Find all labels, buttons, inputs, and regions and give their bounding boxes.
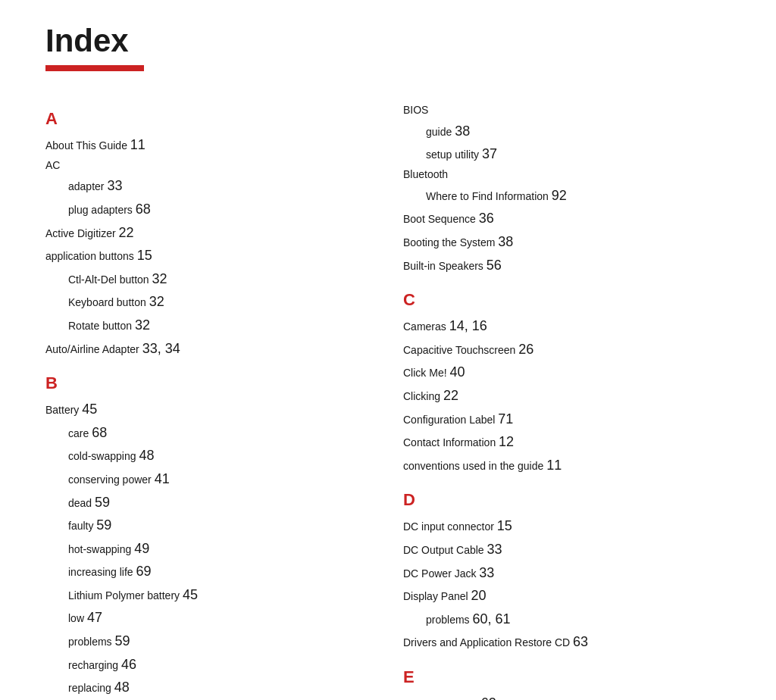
sub-entry-num: 92 bbox=[552, 188, 567, 203]
sub-entry: increasing life 69 bbox=[45, 560, 373, 583]
sub-entry-num: 59 bbox=[96, 517, 111, 533]
entry-num: 38 bbox=[498, 234, 513, 249]
index-entry: ACadapter 33plug adapters 68 bbox=[45, 157, 373, 221]
entry-main: Built-in Speakers 56 bbox=[403, 254, 731, 277]
sub-entry-num: 59 bbox=[114, 633, 130, 648]
entry-main: Contact Information 12 bbox=[403, 430, 731, 454]
sub-entry-num: 32 bbox=[152, 271, 167, 286]
index-entry: Capacitive Touchscreen 26 bbox=[403, 338, 731, 361]
entry-num: 36 bbox=[479, 211, 494, 226]
sub-entry-num: 38 bbox=[455, 123, 470, 139]
index-entry: About This Guide 11 bbox=[45, 133, 373, 157]
sub-entry-num: 33 bbox=[107, 178, 122, 193]
entry-num: 15 bbox=[497, 518, 512, 533]
sub-entry-num: 68 bbox=[136, 202, 151, 217]
right-column: BIOSguide 38setup utility 37BluetoothWhe… bbox=[403, 102, 731, 700]
sub-entry-num: 32 bbox=[149, 294, 164, 309]
entry-main: Error Messages 62 bbox=[403, 692, 731, 700]
sub-entry-num: 60, 61 bbox=[472, 611, 510, 627]
index-entry: BIOSguide 38setup utility 37 bbox=[403, 102, 731, 166]
index-columns: AAbout This Guide 11ACadapter 33plug ada… bbox=[45, 102, 731, 700]
entry-main: AC bbox=[45, 157, 373, 175]
entry-num: 20 bbox=[471, 588, 487, 603]
sub-entry: care 68 bbox=[45, 421, 373, 445]
sub-entry-num: 45 bbox=[183, 587, 198, 602]
entry-main: Cameras 14, 16 bbox=[403, 314, 731, 338]
index-entry: Built-in Speakers 56 bbox=[403, 254, 731, 277]
sub-entry: conserving power 41 bbox=[45, 467, 373, 491]
entry-main: Display Panel 20 bbox=[403, 584, 731, 608]
page-title: Index bbox=[45, 23, 731, 59]
sub-entry-num: 41 bbox=[155, 471, 170, 486]
index-entry: Drivers and Application Restore CD 63 bbox=[403, 630, 731, 654]
sub-entry: low 47 bbox=[45, 606, 373, 630]
index-entry: Contact Information 12 bbox=[403, 430, 731, 454]
sub-entry-num: 32 bbox=[135, 317, 150, 333]
entry-main: conventions used in the guide 11 bbox=[403, 454, 731, 477]
index-entry: application buttons 15Ctl-Alt-Del button… bbox=[45, 244, 373, 336]
page-container: Index AAbout This Guide 11ACadapter 33pl… bbox=[0, 0, 776, 700]
sub-entry: problems 60, 61 bbox=[403, 608, 731, 631]
entry-main: Click Me! 40 bbox=[403, 361, 731, 384]
entry-num: 22 bbox=[118, 225, 133, 240]
index-entry: DC input connector 15 bbox=[403, 514, 731, 538]
sub-entry: guide 38 bbox=[403, 120, 731, 143]
index-entry: Clicking 22 bbox=[403, 384, 731, 408]
index-entry: Cameras 14, 16 bbox=[403, 314, 731, 338]
entry-main: Auto/Airline Adapter 33, 34 bbox=[45, 337, 373, 361]
entry-num: 12 bbox=[499, 434, 514, 449]
section-block: DDC input connector 15DC Output Cable 33… bbox=[403, 490, 731, 654]
entry-num: 33 bbox=[487, 542, 502, 557]
section-block: BIOSguide 38setup utility 37BluetoothWhe… bbox=[403, 102, 731, 277]
index-entry: Auto/Airline Adapter 33, 34 bbox=[45, 337, 373, 361]
entry-main: Drivers and Application Restore CD 63 bbox=[403, 630, 731, 654]
entry-main: Booting the System 38 bbox=[403, 230, 731, 254]
entry-num: 40 bbox=[449, 364, 465, 380]
entry-num: 71 bbox=[498, 411, 513, 427]
sub-entry: dead 59 bbox=[45, 491, 373, 514]
sub-entry: problems 59 bbox=[45, 630, 373, 653]
entry-main: About This Guide 11 bbox=[45, 133, 373, 157]
entry-num: 11 bbox=[130, 137, 146, 152]
section-letter-c: C bbox=[403, 290, 731, 310]
sub-entry-num: 68 bbox=[92, 425, 107, 440]
entry-main: DC Output Cable 33 bbox=[403, 538, 731, 561]
section-letter-d: D bbox=[403, 490, 731, 510]
entry-num: 62 bbox=[481, 695, 496, 700]
sub-entry-num: 48 bbox=[114, 680, 130, 695]
entry-main: Capacitive Touchscreen 26 bbox=[403, 338, 731, 361]
sub-entry: Rotate button 32 bbox=[45, 314, 373, 337]
entry-num: 11 bbox=[546, 458, 562, 473]
entry-num: 45 bbox=[82, 402, 97, 417]
entry-main: Configuration Label 71 bbox=[403, 408, 731, 431]
sub-entry: Ctl-Alt-Del button 32 bbox=[45, 267, 373, 291]
index-entry: Battery 45care 68cold-swapping 48conserv… bbox=[45, 398, 373, 700]
index-entry: Booting the System 38 bbox=[403, 230, 731, 254]
sub-entry-num: 48 bbox=[139, 448, 154, 463]
sub-entry: recharging 46 bbox=[45, 653, 373, 677]
section-block: AAbout This Guide 11ACadapter 33plug ada… bbox=[45, 109, 373, 360]
index-entry: Display Panel 20problems 60, 61 bbox=[403, 584, 731, 630]
sub-entry: cold-swapping 48 bbox=[45, 444, 373, 467]
left-column: AAbout This Guide 11ACadapter 33plug ada… bbox=[45, 102, 373, 700]
index-entry: Active Digitizer 22 bbox=[45, 221, 373, 245]
entry-main: DC input connector 15 bbox=[403, 514, 731, 538]
sub-entry-num: 49 bbox=[134, 541, 149, 556]
sub-entry-num: 69 bbox=[136, 564, 152, 579]
entry-num: 15 bbox=[137, 248, 152, 263]
sub-entry-num: 46 bbox=[121, 657, 136, 672]
red-bar-decoration bbox=[45, 65, 144, 71]
entry-main: Active Digitizer 22 bbox=[45, 221, 373, 245]
entry-num: 22 bbox=[443, 388, 458, 403]
entry-main: Bluetooth bbox=[403, 166, 731, 184]
index-entry: Boot Sequence 36 bbox=[403, 207, 731, 230]
index-entry: conventions used in the guide 11 bbox=[403, 454, 731, 477]
sub-entry: faulty 59 bbox=[45, 514, 373, 537]
sub-entry: adapter 33 bbox=[45, 174, 373, 198]
sub-entry: Where to Find Information 92 bbox=[403, 184, 731, 208]
entry-num: 14, 16 bbox=[449, 318, 487, 333]
entry-main: Clicking 22 bbox=[403, 384, 731, 408]
sub-entry-num: 47 bbox=[87, 610, 102, 625]
section-letter-b: B bbox=[45, 373, 373, 393]
sub-entry-num: 37 bbox=[482, 146, 497, 161]
